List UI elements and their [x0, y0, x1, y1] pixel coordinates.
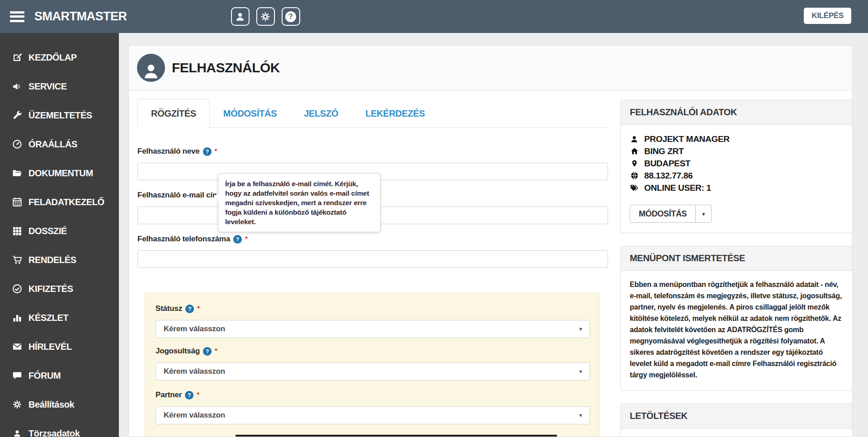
question-icon: ?: [285, 11, 296, 22]
panel-title: FELHASZNÁLÓI ADATOK: [621, 100, 853, 125]
gear-icon: [12, 399, 23, 410]
sidebar-item-keszlet[interactable]: KÉSZLET: [0, 303, 119, 332]
main-content-card: FELHASZNÁLÓK RÖGZÍTÉS MÓDOSÍTÁS JELSZÓ L…: [128, 45, 853, 437]
required-asterisk: *: [215, 147, 217, 155]
sidebar-item-dosszie[interactable]: DOSSZIÉ: [0, 216, 119, 245]
required-asterisk: *: [215, 347, 217, 354]
sidebar-item-label: FELADATKEZELŐ: [28, 197, 104, 207]
sidebar-item-label: KÉSZLET: [28, 313, 68, 323]
sidebar-item-torzsadatok[interactable]: Törzsadatok: [0, 419, 119, 437]
required-asterisk: *: [245, 235, 248, 242]
location-icon: [630, 159, 639, 168]
user-icon: [12, 428, 23, 437]
permission-select[interactable]: Kérem válasszon ▼: [156, 362, 590, 381]
help-icon[interactable]: ?: [185, 391, 193, 399]
topbar-icon-group: ?: [231, 7, 300, 26]
right-column: FELHASZNÁLÓI ADATOK PROJEKT MANAGER BING…: [620, 100, 853, 437]
status-label: Státusz ? *: [156, 304, 590, 313]
sidebar-item-label: ÓRAÁLLÁS: [28, 139, 77, 150]
help-icon[interactable]: ?: [233, 235, 242, 244]
sidebar-item-forum[interactable]: FÓRUM: [0, 361, 119, 390]
sidebar-item-beallitasok[interactable]: Beállítások: [0, 390, 119, 419]
comment-icon: [12, 370, 23, 381]
cart-icon: [12, 254, 23, 265]
sidebar-item-kezdolap[interactable]: KEZDŐLAP: [0, 43, 119, 72]
folder-open-icon: [12, 168, 23, 179]
bullhorn-icon: [12, 81, 23, 92]
phone-input[interactable]: [137, 250, 608, 268]
sidebar-item-label: DOKUMENTUM: [28, 168, 93, 179]
downloads-panel: LETÖLTÉSEK: [620, 404, 853, 437]
list-item: 88.132.77.86: [630, 169, 844, 182]
tags-icon: [630, 184, 639, 192]
tab-jelszo[interactable]: JELSZÓ: [290, 99, 352, 128]
required-asterisk: *: [197, 304, 200, 312]
top-bar: SMARTMASTER ? KILÉPÉS: [0, 0, 868, 33]
avatar: [137, 54, 165, 82]
username-label: Felhasználó neve ? *: [137, 147, 608, 156]
user-icon: [630, 135, 639, 143]
tooltip-text: Írja be a felhasználó e-mail címét. Kérj…: [225, 179, 373, 226]
permission-label: Jogosultság ? *: [156, 347, 590, 356]
list-item: ONLINE USER: 1: [630, 182, 844, 194]
sidebar-item-uzemeltetes[interactable]: ÜZEMELTETÉS: [0, 101, 119, 130]
sidebar-item-label: FÓRUM: [28, 371, 61, 381]
profile-button[interactable]: [231, 7, 250, 26]
partner-label: Partner ? *: [156, 390, 590, 399]
tab-lekerdezes[interactable]: LEKÉRDEZÉS: [352, 99, 438, 128]
gear-icon: [260, 11, 271, 22]
help-icon[interactable]: ?: [185, 305, 194, 313]
sidebar-item-kifizetes[interactable]: KIFIZETÉS: [0, 274, 119, 303]
sidebar-item-label: DOSSZIÉ: [28, 226, 67, 236]
partner-select[interactable]: Kérem válasszon ▼: [156, 406, 590, 424]
globe-icon: [630, 171, 639, 180]
sidebar-item-dokumentum[interactable]: DOKUMENTUM: [0, 159, 119, 188]
sidebar-item-oraallas[interactable]: ÓRAÁLLÁS: [0, 130, 119, 159]
hamburger-menu-icon[interactable]: [10, 11, 24, 22]
user-data-panel: FELHASZNÁLÓI ADATOK PROJEKT MANAGER BING…: [620, 100, 853, 233]
settings-button[interactable]: [256, 7, 275, 26]
menu-description-text: Ebben a menüpontban rögzíthetjük a felha…: [630, 279, 844, 381]
edit-icon: [12, 52, 23, 63]
sidebar-item-service[interactable]: SERVICE: [0, 72, 119, 101]
list-item: BING ZRT: [630, 145, 844, 157]
sidebar-item-label: KEZDŐLAP: [28, 52, 77, 63]
tab-bar: RÖGZÍTÉS MÓDOSÍTÁS JELSZÓ LEKÉRDEZÉS: [137, 99, 608, 128]
grid-icon: [12, 226, 23, 236]
sidebar-nav: KEZDŐLAP SERVICE ÜZEMELTETÉS ÓRAÁLLÁS DO…: [0, 33, 119, 437]
home-icon: [630, 147, 639, 155]
check-circle-icon: [12, 283, 23, 294]
user-icon: [235, 11, 245, 22]
modify-button[interactable]: MÓDOSÍTÁS: [630, 205, 695, 222]
list-item: BUDAPEST: [630, 157, 844, 169]
sidebar-item-rendeles[interactable]: RENDELÉS: [0, 245, 119, 274]
app-brand[interactable]: SMARTMASTER: [34, 9, 127, 23]
tab-modositas[interactable]: MÓDOSÍTÁS: [210, 99, 290, 128]
envelope-icon: [12, 341, 23, 352]
user-icon: [141, 60, 161, 82]
help-icon[interactable]: ?: [203, 147, 212, 156]
chevron-down-icon[interactable]: ▾: [695, 205, 711, 222]
sidebar-item-label: RENDELÉS: [28, 255, 76, 265]
chevron-down-icon: ▼: [578, 326, 583, 332]
phone-label: Felhasználó telefonszáma ? *: [137, 235, 608, 244]
cut-off-element: [236, 435, 557, 437]
status-select[interactable]: Kérem válasszon ▼: [156, 320, 590, 338]
page-title: FELHASZNÁLÓK: [172, 60, 280, 75]
logout-button[interactable]: KILÉPÉS: [804, 8, 851, 24]
help-button[interactable]: ?: [282, 7, 300, 26]
menu-description-panel: MENÜPONT ISMERTETÉSE Ebben a menüpontban…: [620, 246, 853, 391]
bar-chart-icon: [12, 312, 23, 323]
form-column: RÖGZÍTÉS MÓDOSÍTÁS JELSZÓ LEKÉRDEZÉS Fel…: [137, 99, 608, 437]
modify-split-button[interactable]: MÓDOSÍTÁS ▾: [630, 205, 712, 223]
required-asterisk: *: [197, 390, 199, 398]
sidebar-item-hirlevel[interactable]: HÍRLEVÉL: [0, 332, 119, 361]
tab-rogzites[interactable]: RÖGZÍTÉS: [137, 99, 210, 128]
help-icon[interactable]: ?: [203, 347, 212, 356]
panel-title: LETÖLTÉSEK: [621, 404, 853, 428]
sidebar-item-feladatkezelo[interactable]: FELADATKEZELŐ: [0, 188, 119, 216]
sidebar-item-label: Beállítások: [28, 399, 74, 410]
email-help-tooltip: Írja be a felhasználó e-mail címét. Kérj…: [218, 173, 381, 232]
wrench-icon: [12, 110, 23, 121]
sidebar-item-label: HÍRLEVÉL: [28, 342, 72, 352]
